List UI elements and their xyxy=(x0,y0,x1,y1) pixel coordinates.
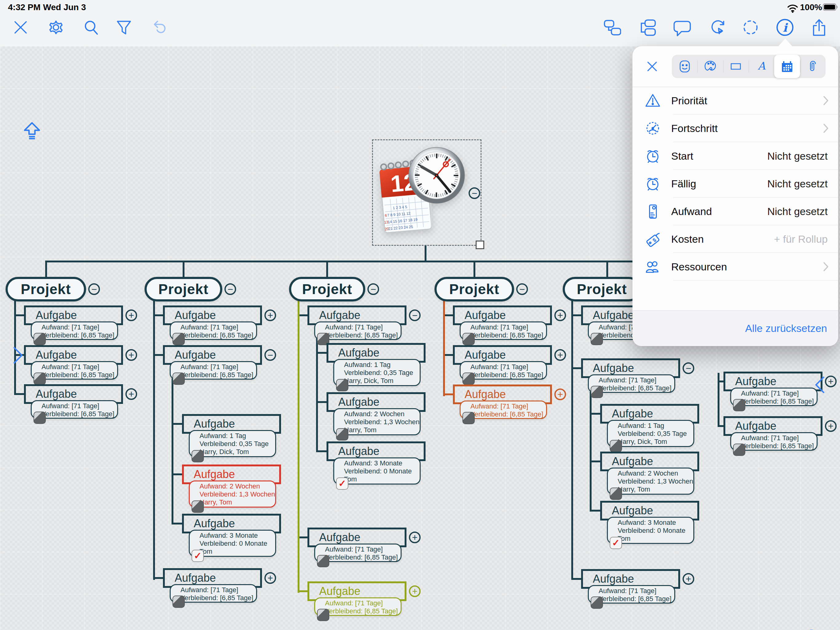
relayout-button[interactable] xyxy=(707,14,728,41)
info-button[interactable]: i xyxy=(775,14,796,41)
task-node[interactable]: Aufgabe+Aufwand: [71 Tage]Verbleibend: [… xyxy=(163,568,262,588)
task-node[interactable]: Aufgabe−Aufwand: [71 Tage]Verbleibend: [… xyxy=(308,306,406,325)
project-node[interactable]: Projekt xyxy=(289,277,365,301)
task-node[interactable]: Aufgabe+Aufwand: [71 Tage]Verbleibend: [… xyxy=(24,384,123,404)
undo-button[interactable] xyxy=(148,14,169,41)
scroll-to-top-icon[interactable] xyxy=(22,121,42,141)
reset-all-button[interactable]: Alle zurücksetzen xyxy=(745,322,827,334)
selection-resize-handle[interactable] xyxy=(476,241,484,249)
expand-button[interactable]: + xyxy=(825,375,837,387)
connector-line xyxy=(155,354,163,356)
task-node[interactable]: Aufgabe+Aufwand: [71 Tage]Verbleibend: [… xyxy=(453,385,552,404)
task-node[interactable]: AufgabeAufwand: 3 MonateVerbleibend: 0 M… xyxy=(182,514,281,533)
task-node[interactable]: Aufgabe+Aufwand: [71 Tage]Verbleibend: [… xyxy=(308,581,406,601)
tab-dates-selected[interactable] xyxy=(774,55,800,78)
row-start[interactable]: Start Nicht gesetzt xyxy=(632,142,838,170)
task-node[interactable]: Aufgabe+Aufwand: [71 Tage]Verbleibend: [… xyxy=(723,372,823,391)
add-child-topic-button[interactable] xyxy=(602,14,622,41)
filter-button[interactable] xyxy=(114,14,134,41)
share-button[interactable] xyxy=(808,14,829,41)
expand-button[interactable]: + xyxy=(125,349,137,361)
tab-smiley[interactable] xyxy=(672,55,697,78)
row-cost[interactable]: $ Kosten + für Rollup xyxy=(632,225,838,253)
project-node[interactable]: Projekt xyxy=(434,277,514,301)
expand-button[interactable]: + xyxy=(554,388,566,400)
task-node[interactable]: AufgabeAufwand: 1 TagVerbleibend: 0,35 T… xyxy=(600,404,699,424)
expand-button[interactable]: + xyxy=(264,572,276,584)
task-node[interactable]: Aufgabe+Aufwand: [71 Tage]Verbleibend: [… xyxy=(24,306,123,325)
collapse-button[interactable]: − xyxy=(409,309,421,321)
row-resources[interactable]: Ressourcen xyxy=(632,253,838,280)
expand-button[interactable]: + xyxy=(825,420,837,432)
collapse-central-button[interactable]: − xyxy=(469,187,480,199)
tab-shape[interactable] xyxy=(723,55,749,78)
task-node[interactable]: AufgabeAufwand: 3 MonateVerbleibend: 0 M… xyxy=(327,442,426,461)
calendar-clock-image[interactable]: 12 1 2 3 4 5 7 8 9 10 11 12 14 15 16 17 … xyxy=(377,143,466,238)
search-button[interactable] xyxy=(81,14,101,41)
collapse-button[interactable]: − xyxy=(516,283,528,295)
project-node-label: Projekt xyxy=(302,281,352,298)
connector-line xyxy=(573,578,581,580)
comment-button[interactable] xyxy=(671,14,692,41)
tab-font[interactable]: A xyxy=(749,55,774,78)
collapse-button[interactable]: − xyxy=(224,283,236,295)
task-detail-line: Verbleibend: [6,85 Tage] xyxy=(598,384,674,392)
task-node[interactable]: Aufgabe+Aufwand: [71 Tage]Verbleibend: [… xyxy=(453,345,552,365)
trash-icon[interactable] xyxy=(801,628,822,630)
expand-button[interactable]: + xyxy=(554,309,566,321)
task-node[interactable]: Aufgabe+Aufwand: [71 Tage]Verbleibend: [… xyxy=(581,569,680,589)
project-node[interactable]: Projekt xyxy=(6,277,86,301)
tab-attachment[interactable] xyxy=(800,55,826,78)
clock-label: 4:32 PM xyxy=(8,2,41,12)
close-button[interactable] xyxy=(10,14,31,41)
resources-icon xyxy=(644,259,662,275)
expand-button[interactable]: + xyxy=(554,349,566,361)
add-sibling-topic-button[interactable] xyxy=(637,14,658,41)
collapse-button[interactable]: − xyxy=(368,283,379,295)
connector-line xyxy=(425,245,426,261)
expand-button[interactable]: + xyxy=(125,309,137,321)
collapse-button[interactable]: − xyxy=(682,362,694,374)
connector-line xyxy=(172,378,174,524)
expand-button[interactable]: + xyxy=(125,388,137,400)
project-node[interactable]: Projekt xyxy=(563,277,641,301)
task-node[interactable]: Aufgabe−Aufwand: [71 Tage]Verbleibend: [… xyxy=(163,345,262,365)
marquee-select-button[interactable] xyxy=(740,14,761,41)
task-detail-line: Aufwand: 3 Monate xyxy=(618,519,693,527)
task-note-icon xyxy=(610,440,622,452)
connector-line xyxy=(590,392,592,511)
task-node[interactable]: AufgabeAufwand: 3 MonateVerbleibend: 0 M… xyxy=(600,501,699,521)
row-progress[interactable]: Fortschritt xyxy=(632,114,838,142)
task-node[interactable]: AufgabeAufwand: 2 WochenVerbleibend: 1,3… xyxy=(182,464,281,484)
row-priority[interactable]: Priorität xyxy=(632,87,838,114)
task-node[interactable]: Aufgabe+Aufwand: [71 Tage]Verbleibend: [… xyxy=(308,527,406,547)
task-detail-badge: Aufwand: [71 Tage]Verbleibend: [6,85 Tag… xyxy=(31,400,118,419)
task-node[interactable]: Aufgabe+Aufwand: [71 Tage]Verbleibend: [… xyxy=(163,306,262,325)
settings-gear-button[interactable] xyxy=(46,14,66,41)
expand-button[interactable]: + xyxy=(409,586,421,597)
task-node[interactable]: AufgabeAufwand: 1 TagVerbleibend: 0,35 T… xyxy=(327,343,426,362)
task-node-label: Aufgabe xyxy=(612,504,653,517)
main-toolbar: i xyxy=(0,14,840,46)
project-node[interactable]: Projekt xyxy=(145,277,222,301)
task-node[interactable]: AufgabeAufwand: 1 TagVerbleibend: 0,35 T… xyxy=(182,414,281,434)
collapse-button[interactable]: − xyxy=(88,283,100,295)
expand-button[interactable]: + xyxy=(409,532,421,543)
task-node[interactable]: Aufgabe+Aufwand: [71 Tage]Verbleibend: [… xyxy=(723,416,823,436)
task-node[interactable]: AufgabeAufwand: 2 WochenVerbleibend: 1,3… xyxy=(600,451,699,471)
task-node[interactable]: Aufgabe+Aufwand: [71 Tage]Verbleibend: [… xyxy=(453,306,552,325)
expand-button[interactable]: + xyxy=(682,573,694,585)
task-node[interactable]: AufgabeAufwand: 2 WochenVerbleibend: 1,3… xyxy=(327,392,426,412)
task-node[interactable]: Aufgabe+Aufwand: [71 Tage]Verbleibend: [… xyxy=(24,345,123,365)
row-effort[interactable]: Aufwand Nicht gesetzt xyxy=(632,198,838,225)
row-due[interactable]: Fällig Nicht gesetzt xyxy=(632,170,838,198)
task-detail-badge: Aufwand: [71 Tage]Verbleibend: [6,85 Tag… xyxy=(170,584,257,603)
connector-line xyxy=(326,261,328,277)
collapse-button[interactable]: − xyxy=(264,349,276,361)
scroll-indicator-left-icon xyxy=(815,375,826,394)
popover-close-button[interactable] xyxy=(644,59,660,74)
expand-button[interactable]: + xyxy=(264,309,276,321)
tab-palette[interactable] xyxy=(697,55,723,78)
task-node[interactable]: Aufgabe−Aufwand: [71 Tage]Verbleibend: [… xyxy=(581,358,680,378)
task-node-label: Aufgabe xyxy=(338,445,379,458)
